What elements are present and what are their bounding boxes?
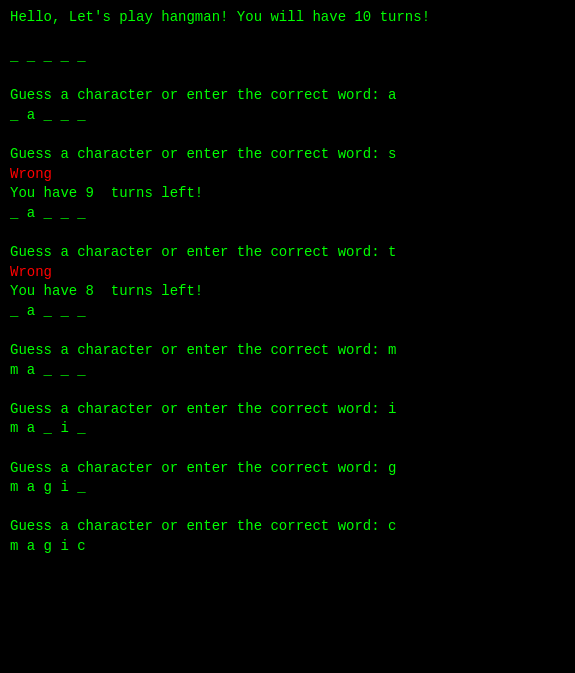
terminal-line-intro: Hello, Let's play hangman! You will have… [10,8,565,28]
terminal-line-turns1: You have 9 turns left! [10,184,565,204]
terminal-line-prompt6: Guess a character or enter the correct w… [10,459,565,479]
terminal-line-blank4 [10,224,565,244]
terminal-line-board1: _ a _ _ _ [10,106,565,126]
terminal-line-board3: _ a _ _ _ [10,302,565,322]
terminal-line-turns2: You have 8 turns left! [10,282,565,302]
terminal-line-blank1 [10,28,565,48]
terminal-line-prompt5: Guess a character or enter the correct w… [10,400,565,420]
terminal-line-prompt2: Guess a character or enter the correct w… [10,145,565,165]
terminal-line-blank8 [10,498,565,518]
terminal-line-prompt1: Guess a character or enter the correct w… [10,86,565,106]
terminal-line-prompt7: Guess a character or enter the correct w… [10,517,565,537]
terminal-line-board5: m a _ i _ [10,419,565,439]
terminal-line-prompt3: Guess a character or enter the correct w… [10,243,565,263]
terminal-container: Hello, Let's play hangman! You will have… [10,8,565,557]
terminal-line-board2: _ a _ _ _ [10,204,565,224]
terminal-line-blank7 [10,439,565,459]
terminal-line-board6: m a g i _ [10,478,565,498]
terminal-line-initial-board: _ _ _ _ _ [10,47,565,67]
terminal-line-blank5 [10,322,565,342]
terminal-line-blank3 [10,126,565,146]
terminal-line-board7: m a g i c [10,537,565,557]
terminal-line-blank6 [10,380,565,400]
terminal-line-board4: m a _ _ _ [10,361,565,381]
terminal-line-blank2 [10,67,565,87]
terminal-line-wrong2: Wrong [10,263,565,283]
terminal-line-prompt4: Guess a character or enter the correct w… [10,341,565,361]
terminal-line-wrong1: Wrong [10,165,565,185]
